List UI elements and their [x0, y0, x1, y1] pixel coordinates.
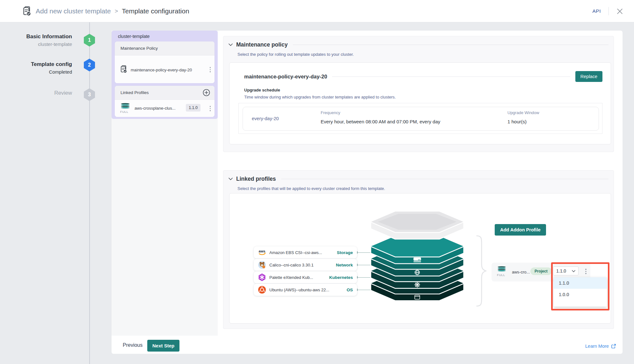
profile-scope-label: FULL: [120, 110, 128, 113]
version-select-value: 1.1.0: [556, 268, 566, 273]
storage-layer-icon: [413, 258, 421, 262]
profile-layer-category: Network: [336, 263, 353, 267]
chevron-down-icon[interactable]: [229, 43, 233, 46]
profile-layer-name: Amazon EBS CSI--csi-aws...: [269, 250, 322, 255]
policy-card-title: maintenance-policy-every-day-20: [244, 74, 327, 80]
profile-row-os[interactable]: Ubuntu (AWS)--ubuntu-aws 22... OS: [254, 284, 357, 296]
brace-decoration: [475, 234, 487, 308]
linked-profiles-card-header-label: Linked Profiles: [120, 90, 149, 95]
policy-item-name[interactable]: maintenance-policy-every-day-20: [131, 68, 192, 72]
maintenance-policy-section: Maintenance policy Select the policy for…: [223, 36, 614, 152]
version-option-1[interactable]: 1.1.0: [554, 277, 607, 289]
page-title: Template configuration: [122, 7, 189, 15]
close-icon[interactable]: [616, 8, 623, 15]
add-profile-plus-icon[interactable]: [203, 89, 210, 96]
linked-profiles-card-header: Linked Profiles: [115, 86, 215, 100]
step-3-title[interactable]: Review: [11, 90, 72, 96]
policy-title-rule: [332, 76, 570, 77]
api-link[interactable]: API: [593, 8, 601, 14]
upgrade-window-value: 1 hour(s): [507, 119, 527, 124]
linked-profiles-canvas: aws Amazon EBS CSI--csi-aws... Storage C…: [229, 193, 611, 324]
upgrade-window-label: Upgrade Window: [507, 110, 539, 115]
next-step-button[interactable]: Next Step: [147, 340, 179, 352]
section-rule: [281, 179, 608, 179]
add-addon-profile-button[interactable]: Add Addon Profile: [495, 224, 546, 236]
version-dropdown: 1.1.0 1.0.0: [554, 277, 607, 307]
select-chevron-icon: [572, 270, 575, 272]
project-badge: Project: [530, 267, 552, 275]
maintenance-section-subtitle: Select the policy for rolling out templa…: [237, 52, 354, 57]
upgrade-schedule-description: Time window during which upgrades from c…: [244, 95, 396, 99]
cluster-template-panel-title: cluster-template: [118, 34, 150, 39]
addon-profile-name: aws-cro...: [512, 270, 530, 274]
version-select[interactable]: 1.1.0: [553, 266, 579, 275]
external-link-icon: [611, 344, 616, 349]
palette-pxk-icon: [258, 273, 266, 281]
profile-layer-name: Ubuntu (AWS)--ubuntu-aws 22...: [269, 288, 329, 292]
upgrade-schedule-label: Upgrade schedule: [244, 88, 280, 92]
learn-more-link[interactable]: Learn More: [585, 344, 616, 349]
profile-layers-icon: [120, 103, 131, 109]
schedule-row: every-day-20 Frequency Every hour, betwe…: [243, 107, 599, 131]
aws-icon: aws: [258, 248, 266, 257]
profile-row-network[interactable]: Calico--cni-calico 3.30.1 Network: [254, 259, 357, 271]
maintenance-policy-card: Maintenance Policy maintenance-policy-ev…: [115, 41, 215, 83]
profile-layers-icon: [497, 266, 507, 272]
linked-profile-kebab-icon[interactable]: [208, 105, 212, 113]
schedule-policy-name: every-day-20: [252, 116, 279, 121]
profile-row-storage[interactable]: aws Amazon EBS CSI--csi-aws... Storage: [254, 246, 357, 258]
linked-profiles-section-title: Linked profiles: [236, 176, 276, 182]
chevron-down-icon[interactable]: [229, 178, 233, 180]
breadcrumb-separator: >: [115, 8, 118, 15]
learn-more-label: Learn More: [585, 344, 609, 349]
kubernetes-layer-icon: [414, 282, 420, 288]
profile-layer-name: Calico--cni-calico 3.30.1: [269, 263, 314, 267]
policy-item-kebab-icon[interactable]: [208, 66, 212, 74]
stepper-line: [89, 22, 90, 364]
previous-button[interactable]: Previous: [123, 342, 142, 348]
replace-button[interactable]: Replace: [575, 71, 602, 82]
ubuntu-icon: [258, 286, 266, 294]
step-2-subtitle: Completed: [11, 69, 72, 75]
addon-scope-label: FULL: [497, 273, 505, 277]
section-rule: [293, 45, 608, 45]
maintenance-policy-card-header: Maintenance Policy: [115, 41, 215, 55]
step-1-badge[interactable]: 1: [84, 34, 95, 47]
policy-doc-icon: [120, 65, 127, 73]
header: Add new cluster template > Template conf…: [0, 0, 634, 22]
step-3-badge[interactable]: 3: [84, 88, 95, 101]
maintenance-policy-detail-card: maintenance-policy-every-day-20 Replace …: [229, 62, 611, 144]
step-2-title[interactable]: Template config: [11, 61, 72, 68]
profile-layer-category: OS: [346, 288, 353, 292]
step-1-subtitle: cluster-template: [11, 41, 72, 47]
profile-layer-category: Storage: [337, 250, 353, 255]
profile-row-kubernetes[interactable]: Palette eXtended Kub... Kubernetes: [254, 271, 357, 283]
linked-profiles-card: Linked Profiles FULL aws-crossplane-clus…: [115, 86, 215, 117]
frequency-label: Frequency: [321, 110, 340, 115]
breadcrumb: Add new cluster template > Template conf…: [36, 0, 189, 22]
cluster-profile-stack-graphic: [369, 209, 465, 302]
frequency-value: Every hour, between 08:00 AM and 07:00 P…: [321, 119, 440, 124]
step-1-title[interactable]: Basic Information: [11, 33, 72, 40]
header-divider: [608, 7, 609, 15]
svg-text:aws: aws: [259, 249, 266, 253]
linked-profiles-section: Linked profiles Select the profiles that…: [223, 170, 614, 329]
calico-icon: [258, 261, 266, 269]
linked-profile-version-badge: 1.1.0: [186, 104, 200, 112]
step-2-badge[interactable]: 2: [84, 59, 95, 71]
maintenance-section-title: Maintenance policy: [236, 41, 288, 48]
profile-layer-name: Palette eXtended Kub...: [269, 275, 313, 280]
linked-profile-name[interactable]: aws-crossplane-clus...: [135, 106, 176, 111]
addon-kebab-icon[interactable]: [584, 267, 588, 275]
profile-layer-category: Kubernetes: [329, 275, 353, 280]
linked-profiles-section-subtitle: Select the profiles that will be applied…: [237, 186, 385, 191]
schedule-box: every-day-20 Frequency Every hour, betwe…: [238, 103, 602, 134]
version-option-2[interactable]: 1.0.0: [554, 289, 607, 300]
maintenance-policy-card-header-label: Maintenance Policy: [120, 46, 158, 51]
breadcrumb-parent[interactable]: Add new cluster template: [36, 7, 111, 15]
cluster-template-doc-icon: [23, 6, 31, 16]
